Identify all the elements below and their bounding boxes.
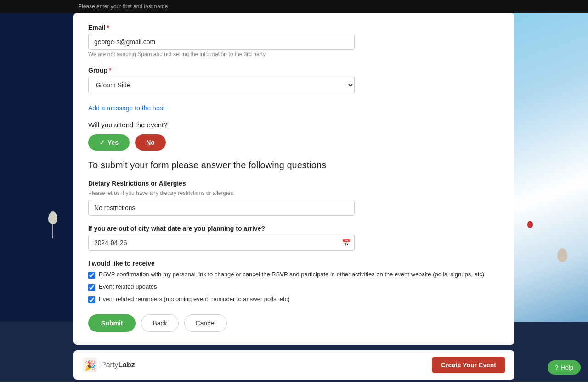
email-hint: We are not sending Spam and not selling … [88, 51, 500, 57]
group-required: * [109, 67, 111, 74]
add-message-link[interactable]: Add a message to the host [88, 104, 165, 112]
cancel-button[interactable]: Cancel [184, 314, 227, 332]
email-input[interactable] [88, 34, 355, 50]
brand-name: PartyLabz [101, 361, 135, 369]
back-button[interactable]: Back [141, 314, 178, 332]
partylab-icon: 🎉 [83, 358, 97, 372]
balloon-left [48, 211, 57, 224]
email-section: Email * We are not sending Spam and not … [88, 24, 500, 57]
attend-section: Will you attend the event? ✓ Yes No [88, 121, 500, 151]
checkmark-icon: ✓ [99, 139, 105, 146]
email-required: * [107, 24, 109, 31]
add-message-section: Add a message to the host [88, 103, 500, 112]
checkbox-rsvp[interactable] [88, 272, 95, 279]
top-bar: Please enter your first and last name [0, 0, 588, 13]
action-buttons: Submit Back Cancel [88, 314, 500, 332]
create-event-button[interactable]: Create Your Event [432, 357, 505, 373]
checkbox-updates[interactable] [88, 284, 95, 291]
arrival-date-input[interactable] [88, 235, 355, 251]
submit-section-title: To submit your form please answer the fo… [88, 160, 500, 171]
email-label: Email * [88, 24, 500, 31]
checkbox-item-rsvp[interactable]: RSVP confirmation with my personal link … [88, 271, 500, 279]
submit-button[interactable]: Submit [88, 314, 136, 332]
checkbox-item-updates[interactable]: Event related updates [88, 283, 500, 291]
calendar-icon-button[interactable]: 📅 [342, 239, 351, 247]
help-icon: ? [555, 364, 558, 371]
dietary-section: Dietary Restrictions or Allergies Please… [88, 180, 500, 216]
svg-text:🎉: 🎉 [85, 360, 96, 371]
checkbox-reminders[interactable] [88, 296, 95, 303]
yes-button[interactable]: ✓ Yes [88, 134, 130, 151]
no-button[interactable]: No [135, 134, 166, 151]
calendar-icon: 📅 [342, 239, 351, 247]
checkbox-item-reminders[interactable]: Event related reminders (upcoming event,… [88, 296, 500, 303]
arrival-date-label: If you are out of city what date are you… [88, 225, 500, 232]
balloon-red [527, 221, 533, 228]
attend-question: Will you attend the event? [88, 121, 500, 129]
date-input-wrapper: 📅 [88, 235, 355, 251]
brand-logo: 🎉 PartyLabz [83, 358, 135, 372]
balloon-right [557, 248, 567, 262]
group-select[interactable]: Groom Side Bride Side Family Friends [88, 77, 355, 93]
group-section: Group * Groom Side Bride Side Family Fri… [88, 67, 500, 93]
arrival-date-section: If you are out of city what date are you… [88, 225, 500, 251]
brand-bar: 🎉 PartyLabz Create Your Event [74, 350, 514, 380]
dietary-hint: Please let us if you have any dietary re… [88, 190, 500, 196]
help-button[interactable]: ? Help [548, 360, 581, 375]
checkbox-group: RSVP confirmation with my personal link … [88, 271, 500, 303]
top-hint: Please enter your first and last name [0, 3, 168, 10]
receive-label: I would like to receive [88, 260, 500, 267]
form-card: Email * We are not sending Spam and not … [74, 13, 514, 345]
group-label: Group * [88, 67, 500, 74]
receive-section: I would like to receive RSVP confirmatio… [88, 260, 500, 303]
dietary-input[interactable] [88, 200, 355, 216]
dietary-label: Dietary Restrictions or Allergies [88, 180, 500, 187]
attend-buttons: ✓ Yes No [88, 134, 500, 151]
